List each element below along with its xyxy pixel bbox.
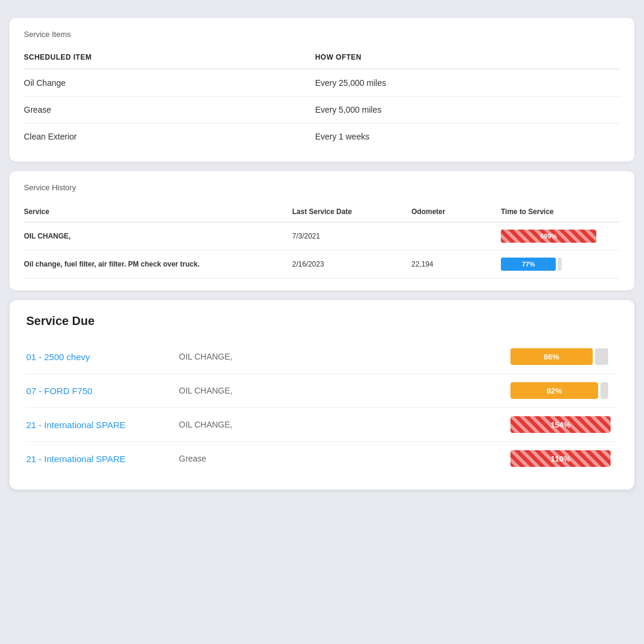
history-date: 7/3/2021 — [292, 222, 411, 250]
due-progress-bar: 110% — [510, 450, 611, 467]
service-items-table: SCHEDULED ITEM HOW OFTEN Oil Change Ever… — [24, 48, 620, 150]
due-progress: 92% — [510, 382, 618, 399]
col-service-header: Service — [24, 202, 292, 222]
time-to-service-bar: 77% — [501, 258, 596, 271]
history-odometer: 22,194 — [411, 250, 501, 278]
due-progress: 110% — [510, 450, 618, 467]
col-odometer-header: Odometer — [411, 202, 501, 222]
due-row: 01 - 2500 chevy OIL CHANGE, 86% — [26, 340, 618, 374]
due-progress-bar: 86% — [510, 348, 593, 365]
due-bar-wrap: 110% — [510, 450, 618, 467]
due-row: 07 - FORD F750 OIL CHANGE, 92% — [26, 374, 618, 408]
due-service: OIL CHANGE, — [179, 386, 501, 395]
history-date: 2/16/2023 — [292, 250, 411, 278]
col-date-header: Last Service Date — [292, 202, 411, 222]
service-item-name: Clean Exterior — [24, 123, 315, 150]
service-history-table: Service Last Service Date Odometer Time … — [24, 202, 620, 278]
due-vehicle[interactable]: 01 - 2500 chevy — [26, 352, 169, 362]
time-to-service-bar: 699% — [501, 230, 596, 243]
service-item-frequency: Every 5,000 miles — [315, 97, 620, 123]
bar-remainder — [558, 258, 562, 271]
main-container: Service Items SCHEDULED ITEM HOW OFTEN O… — [0, 0, 644, 490]
due-progress: 86% — [510, 348, 618, 365]
bar-fill: 77% — [501, 258, 556, 271]
due-progress-bar: 92% — [510, 382, 598, 399]
due-row: 21 - International SPARE OIL CHANGE, 154… — [26, 408, 618, 442]
due-bar-wrap: 92% — [510, 382, 618, 399]
service-items-title: Service Items — [24, 30, 620, 39]
history-time: 77% — [501, 250, 620, 278]
service-item-frequency: Every 25,000 miles — [315, 69, 620, 97]
due-progress: 154% — [510, 416, 618, 433]
service-history-title: Service History — [24, 183, 620, 192]
due-vehicle[interactable]: 07 - FORD F750 — [26, 386, 169, 396]
service-due-rows: 01 - 2500 chevy OIL CHANGE, 86% 07 - FOR… — [26, 340, 618, 475]
col-time-header: Time to Service — [501, 202, 620, 222]
col-scheduled-item: SCHEDULED ITEM — [24, 48, 315, 69]
due-bar-label: 86% — [544, 352, 559, 361]
service-item-name: Oil Change — [24, 69, 315, 97]
due-bar-label: 110% — [550, 454, 570, 463]
due-vehicle[interactable]: 21 - International SPARE — [26, 454, 169, 464]
service-item-row: Grease Every 5,000 miles — [24, 97, 620, 123]
service-due-card: Service Due 01 - 2500 chevy OIL CHANGE, … — [10, 300, 634, 490]
due-bar-remainder — [600, 382, 608, 399]
history-odometer — [411, 222, 501, 250]
due-bar-remainder — [595, 348, 608, 365]
due-bar-label: 92% — [547, 386, 562, 395]
col-how-often: HOW OFTEN — [315, 48, 620, 69]
history-row: OIL CHANGE, 7/3/2021 699% — [24, 222, 620, 250]
history-row: Oil change, fuel filter, air filter. PM … — [24, 250, 620, 278]
bar-label: 699% — [540, 233, 557, 240]
history-service: OIL CHANGE, — [24, 222, 292, 250]
service-item-frequency: Every 1 weeks — [315, 123, 620, 150]
service-due-title: Service Due — [26, 314, 618, 328]
service-item-row: Clean Exterior Every 1 weeks — [24, 123, 620, 150]
due-bar-wrap: 154% — [510, 416, 618, 433]
history-service: Oil change, fuel filter, air filter. PM … — [24, 250, 292, 278]
due-bar-wrap: 86% — [510, 348, 618, 365]
due-progress-bar: 154% — [510, 416, 611, 433]
due-service: Grease — [179, 454, 501, 463]
history-time: 699% — [501, 222, 620, 250]
due-vehicle[interactable]: 21 - International SPARE — [26, 420, 169, 430]
service-item-name: Grease — [24, 97, 315, 123]
due-row: 21 - International SPARE Grease 110% — [26, 442, 618, 475]
service-items-card: Service Items SCHEDULED ITEM HOW OFTEN O… — [10, 18, 634, 162]
bar-label: 77% — [522, 261, 535, 268]
service-item-row: Oil Change Every 25,000 miles — [24, 69, 620, 97]
due-bar-label: 154% — [550, 420, 570, 429]
due-service: OIL CHANGE, — [179, 352, 501, 361]
due-service: OIL CHANGE, — [179, 420, 501, 429]
service-history-card: Service History Service Last Service Dat… — [10, 171, 634, 290]
